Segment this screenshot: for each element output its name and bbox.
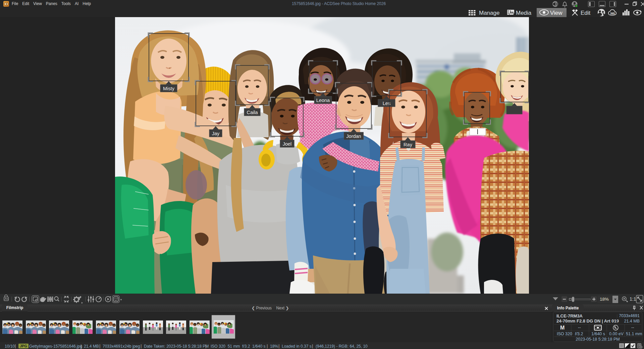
- svg-text:Caila: Caila: [247, 110, 258, 115]
- svg-text:Joel: Joel: [283, 141, 292, 147]
- svg-text:Ray: Ray: [404, 142, 413, 147]
- svg-text:18%: 18%: [600, 297, 609, 302]
- svg-text:--: --: [631, 325, 634, 330]
- svg-text:ISO 320: ISO 320: [557, 332, 572, 336]
- svg-text:Jordan: Jordan: [346, 134, 361, 139]
- svg-text:--: --: [578, 325, 581, 330]
- svg-text:0.00 eV: 0.00 eV: [609, 332, 624, 336]
- svg-text:Leona: Leona: [316, 98, 330, 103]
- svg-text:Media: Media: [516, 10, 532, 16]
- svg-text:Jay: Jay: [212, 131, 220, 136]
- svg-text:M: M: [560, 325, 565, 331]
- svg-text:365: 365: [610, 12, 615, 15]
- svg-text:2023-05-18 5:28:18 PM: 2023-05-18 5:28:18 PM: [576, 337, 620, 342]
- svg-text:1:1: 1:1: [630, 296, 636, 302]
- svg-text:Misty: Misty: [163, 86, 175, 91]
- svg-text:1/640 s: 1/640 s: [591, 332, 605, 336]
- svg-text:Edit: Edit: [581, 10, 591, 16]
- svg-text:f/3.2: f/3.2: [575, 332, 583, 336]
- svg-text:51.1 mm: 51.1 mm: [626, 332, 642, 336]
- svg-text:Manage: Manage: [479, 10, 499, 16]
- svg-text:View: View: [550, 10, 562, 16]
